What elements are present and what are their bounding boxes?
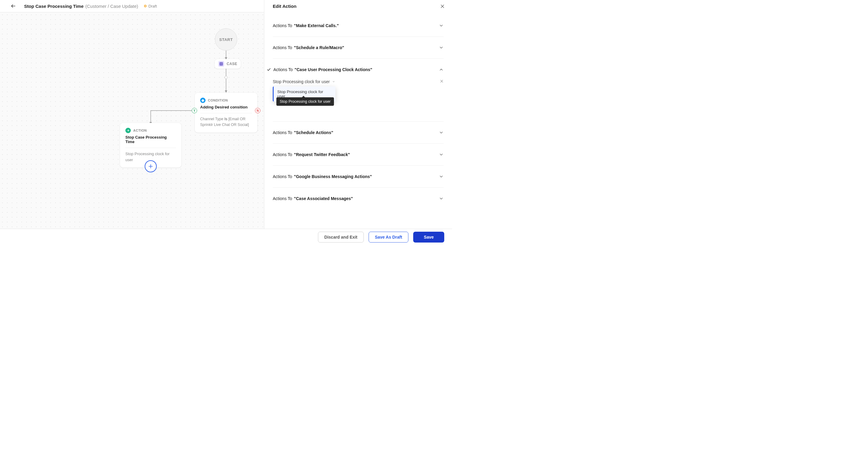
action-category-toggle[interactable]: Actions To "Make External Calls."	[273, 23, 444, 28]
edit-action-panel: Actions To "Make External Calls." Action…	[264, 12, 452, 229]
action-category-name: "Make External Calls."	[294, 23, 339, 28]
select-value-text: Stop Processing clock for user	[273, 79, 330, 84]
discard-button[interactable]: Discard and Exit	[318, 232, 364, 243]
actions-to-prefix: Actions To	[273, 45, 292, 50]
action-title: Stop Case Processing Time	[125, 135, 176, 144]
action-icon	[125, 128, 131, 133]
draft-dot-icon	[144, 5, 147, 7]
chevron-up-icon	[439, 67, 444, 72]
action-category-name: "Case User Processing Clock Actions"	[294, 67, 372, 72]
action-category-name: "Schedule Actions"	[294, 130, 333, 135]
page-title: Stop Case Processing Time	[24, 4, 84, 9]
chevron-down-icon	[332, 80, 335, 83]
flow-canvas[interactable]: START CASE CONDITION Adding Desired cons…	[0, 12, 264, 229]
footer-actions: Discard and Exit Save As Draft Save	[0, 229, 452, 245]
action-category-name: "Request Twitter Feedback"	[294, 152, 350, 157]
clear-select-button[interactable]	[440, 79, 444, 84]
draft-label: Draft	[148, 4, 157, 8]
action-category-toggle[interactable]: Actions To "Case Associated Messages"	[273, 196, 444, 201]
action-category-toggle[interactable]: Actions To "Google Business Messaging Ac…	[273, 174, 444, 179]
save-button[interactable]: Save	[413, 232, 444, 243]
plus-icon	[148, 164, 153, 169]
no-badge: N	[255, 108, 260, 113]
action-category-name: "Case Associated Messages"	[294, 196, 353, 201]
action-category-toggle[interactable]: Actions To "Schedule Actions"	[273, 130, 444, 135]
draft-badge: Draft	[144, 4, 157, 8]
chevron-down-icon	[439, 152, 444, 157]
action-category-row: Actions To "Case Associated Messages"	[273, 188, 444, 209]
chevron-down-icon	[439, 130, 444, 135]
actions-to-prefix: Actions To	[273, 23, 292, 28]
actions-to-prefix: Actions To	[273, 130, 292, 135]
case-node[interactable]: CASE	[215, 59, 241, 69]
condition-title: Adding Desired consition	[200, 105, 252, 109]
condition-icon	[199, 96, 207, 104]
start-label: START	[219, 37, 233, 42]
action-category-row: Actions To "Google Business Messaging Ac…	[273, 166, 444, 188]
back-button[interactable]	[10, 2, 17, 10]
divider	[200, 113, 252, 113]
chevron-down-icon	[439, 45, 444, 50]
action-category-row-expanded: Actions To "Case User Processing Clock A…	[273, 59, 444, 122]
action-type-label: ACTION	[133, 129, 147, 132]
add-node-button[interactable]	[145, 160, 157, 173]
actions-to-prefix: Actions To	[273, 67, 293, 72]
check-icon	[267, 67, 271, 72]
close-icon	[440, 4, 445, 9]
panel-header: Edit Action	[264, 0, 452, 12]
condition-description: Channel Type Is [Email OR Sprinklr Live …	[200, 116, 252, 128]
save-draft-button[interactable]: Save As Draft	[369, 232, 409, 243]
action-category-row: Actions To "Request Twitter Feedback"	[273, 144, 444, 166]
panel-body: Actions To "Make External Calls." Action…	[264, 12, 452, 229]
start-node[interactable]: START	[215, 28, 237, 51]
close-button[interactable]	[440, 4, 445, 9]
chevron-down-icon	[439, 174, 444, 179]
connector-dot	[224, 76, 227, 79]
page-subtitle: (Customer / Case Update)	[85, 4, 138, 9]
case-label: CASE	[227, 62, 237, 66]
svg-marker-6	[225, 90, 227, 93]
action-category-toggle[interactable]: Actions To "Case User Processing Clock A…	[273, 67, 444, 72]
case-icon	[218, 61, 224, 67]
close-icon	[440, 79, 444, 83]
action-category-name: "Google Business Messaging Actions"	[294, 174, 372, 179]
actions-to-prefix: Actions To	[273, 174, 292, 179]
panel-title: Edit Action	[273, 4, 297, 9]
action-category-row: Actions To "Schedule a Rule/Macro"	[273, 37, 444, 59]
action-select[interactable]: Stop Processing clock for user	[273, 78, 444, 85]
actions-to-prefix: Actions To	[273, 196, 292, 201]
actions-to-prefix: Actions To	[273, 152, 292, 157]
tooltip: Stop Processing clock for user	[276, 97, 334, 106]
condition-type-label: CONDITION	[208, 98, 228, 102]
chevron-down-icon	[439, 23, 444, 28]
connector-line	[225, 51, 227, 60]
divider	[125, 148, 176, 148]
action-category-row: Actions To "Schedule Actions"	[273, 122, 444, 144]
connector-line	[225, 68, 227, 93]
action-category-row: Actions To "Make External Calls."	[273, 12, 444, 37]
action-category-name: "Schedule a Rule/Macro"	[294, 45, 344, 50]
yes-badge: Y	[192, 108, 197, 113]
chevron-down-icon	[439, 196, 444, 201]
action-category-toggle[interactable]: Actions To "Request Twitter Feedback"	[273, 152, 444, 157]
action-category-toggle[interactable]: Actions To "Schedule a Rule/Macro"	[273, 45, 444, 50]
arrow-left-icon	[10, 3, 16, 9]
condition-node[interactable]: CONDITION Adding Desired consition Chann…	[195, 93, 257, 132]
